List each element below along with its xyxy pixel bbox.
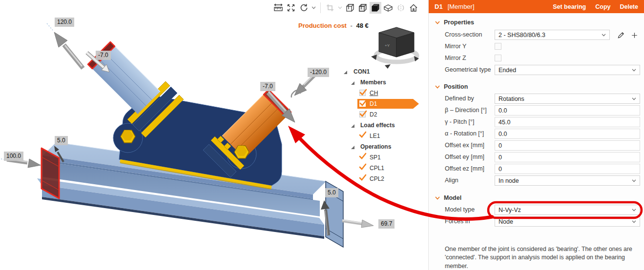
alpha-rotation-input[interactable] xyxy=(495,129,640,139)
chevron-down-icon xyxy=(632,69,636,72)
section-cut-icon[interactable] xyxy=(382,2,394,14)
expander-icon[interactable] xyxy=(351,123,355,127)
production-cost-label: Production cost xyxy=(298,22,347,29)
solid-cube-icon[interactable] xyxy=(370,2,381,14)
tree-row-d2: D2 xyxy=(341,109,427,120)
tree-checkbox-d2[interactable] xyxy=(359,111,366,117)
rotate-view-icon[interactable] xyxy=(298,2,310,14)
forces-in-select[interactable]: Node xyxy=(495,216,640,227)
tree-item-sp1[interactable]: SP1 xyxy=(370,154,381,161)
home-view-icon[interactable] xyxy=(408,2,419,14)
tree-row-cpl1: CPL1 xyxy=(341,163,427,174)
clip-dropdown-chevron xyxy=(337,2,343,14)
edit-cross-section-button[interactable] xyxy=(615,30,627,40)
panel-title-id: D1 xyxy=(435,3,443,10)
defined-by-select[interactable]: Rotations xyxy=(495,94,640,104)
expander-icon[interactable] xyxy=(343,69,348,74)
tree-item-cpl1[interactable]: CPL1 xyxy=(370,164,384,172)
geometrical-type-value: Ended xyxy=(499,67,516,74)
add-cross-section-button[interactable] xyxy=(628,30,640,40)
chevron-down-icon xyxy=(632,179,636,182)
geometrical-type-select[interactable]: Ended xyxy=(495,65,640,75)
tree-group-load-effects[interactable]: Load effects xyxy=(360,121,395,129)
section-title: Model xyxy=(444,194,461,201)
offset-ex-label: Offset ex [mm] xyxy=(445,140,484,151)
offset-ex-input[interactable] xyxy=(495,140,640,151)
cross-section-label: Cross-section xyxy=(445,30,482,40)
forces-in-value: Node xyxy=(499,218,513,225)
tree-row-operations: Operations xyxy=(341,141,427,152)
tree-item-cpl2[interactable]: CPL2 xyxy=(370,175,384,183)
model-section-header[interactable]: Model xyxy=(435,194,461,201)
production-cost-dash: - xyxy=(351,22,353,29)
tree-checkbox-le1[interactable] xyxy=(359,133,366,139)
set-bearing-button[interactable]: Set bearing xyxy=(553,3,586,10)
properties-section-header[interactable]: Properties xyxy=(435,19,474,26)
gamma-pitch-label: γ - Pitch [°] xyxy=(445,117,475,127)
measure-icon[interactable] xyxy=(272,2,284,14)
clip-box-icon xyxy=(324,2,336,14)
production-cost: Production cost - 48 € xyxy=(298,22,369,29)
expander-icon[interactable] xyxy=(351,144,355,149)
copy-button[interactable]: Copy xyxy=(595,3,610,10)
mirror-z-checkbox[interactable] xyxy=(495,55,501,61)
panel-title-type: [Member] xyxy=(448,3,475,10)
tree-group-members[interactable]: Members xyxy=(360,78,386,86)
tree-row-d1-selected: D1 xyxy=(341,98,427,109)
align-select[interactable]: In node xyxy=(495,175,640,186)
tree-checkbox-cpl2[interactable] xyxy=(359,175,366,182)
load-label-69: 69.7 xyxy=(378,219,395,229)
tree-row-con1: CON1 xyxy=(341,66,427,77)
section-title: Properties xyxy=(444,19,474,26)
mirror-y-label: Mirror Y xyxy=(445,41,466,52)
chevron-down-icon xyxy=(602,34,606,37)
offset-ez-label: Offset ez [mm] xyxy=(445,164,484,174)
section-title: Position xyxy=(444,83,468,90)
tree-item-ch[interactable]: CH xyxy=(370,89,378,97)
load-label-120: 120.0 xyxy=(55,18,74,27)
model-type-select[interactable]: N-Vy-Vz xyxy=(495,205,640,215)
align-value: In node xyxy=(499,177,519,184)
tree-item-d2[interactable]: D2 xyxy=(370,111,377,118)
tree-item-le1[interactable]: LE1 xyxy=(370,132,380,140)
position-section-header[interactable]: Position xyxy=(435,83,468,90)
offset-ey-input[interactable] xyxy=(495,152,640,162)
tree-checkbox-cpl1[interactable] xyxy=(359,165,366,171)
load-label-5-right: 5.0 xyxy=(325,188,338,197)
tree-checkbox-d1[interactable] xyxy=(359,100,366,107)
mirror-y-checkbox[interactable] xyxy=(495,43,501,50)
beta-direction-input[interactable] xyxy=(495,105,640,116)
tree-checkbox-ch[interactable] xyxy=(359,90,366,96)
gamma-pitch-input[interactable] xyxy=(495,117,640,127)
tree-checkbox-sp1[interactable] xyxy=(359,154,366,160)
model-type-label: Model type xyxy=(445,205,475,215)
rotate-dropdown-chevron[interactable] xyxy=(311,2,317,14)
bearing-support-highlight xyxy=(42,148,59,198)
wireframe-cube-icon[interactable] xyxy=(344,2,356,14)
tree-node-con1[interactable]: CON1 xyxy=(353,68,370,76)
chevron-down-icon xyxy=(435,85,440,89)
model-tree: CON1 Members CH D1 D2 Load effect xyxy=(341,64,427,188)
expander-icon[interactable] xyxy=(351,80,355,84)
delete-button[interactable]: Delete xyxy=(620,3,638,10)
tree-group-operations[interactable]: Operations xyxy=(360,143,391,151)
defined-by-label: Defined by xyxy=(445,94,474,104)
tree-row-cpl2: CPL2 xyxy=(341,174,427,184)
chevron-down-icon xyxy=(435,21,440,24)
production-cost-value: 48 € xyxy=(356,22,369,29)
cross-section-value: 2 - SHS80/80/6.3 xyxy=(499,32,545,39)
plus-icon xyxy=(631,32,638,39)
zoom-fit-icon[interactable] xyxy=(285,2,297,14)
load-label-m120: -120.0 xyxy=(308,68,329,77)
cross-section-select[interactable]: 2 - SHS80/80/6.3 xyxy=(495,30,610,40)
panel-header: D1 [Member] Set bearing Copy Delete xyxy=(429,0,644,13)
align-label: Align xyxy=(445,175,458,186)
toolbar-separator xyxy=(320,2,321,13)
navigation-cube[interactable]: +Y xyxy=(371,27,419,69)
alpha-rotation-label: α - Rotation [°] xyxy=(445,129,484,139)
offset-ez-input[interactable] xyxy=(495,164,640,174)
transparent-cube-icon[interactable] xyxy=(357,2,369,14)
tree-item-d1[interactable]: D1 xyxy=(370,100,377,108)
tree-row-load-effects: Load effects xyxy=(341,120,427,131)
model-type-value: N-Vy-Vz xyxy=(499,207,521,213)
